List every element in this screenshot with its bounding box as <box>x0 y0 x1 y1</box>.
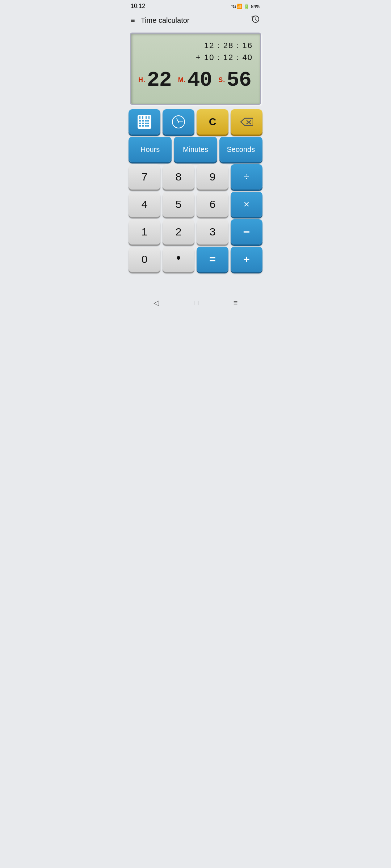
subtract-button[interactable]: − <box>231 219 262 244</box>
clear-button[interactable]: C <box>197 109 228 135</box>
back-button[interactable]: ◁ <box>148 296 165 309</box>
hours-button[interactable]: Hours <box>129 137 172 162</box>
battery-icon: 🔋 <box>244 4 249 9</box>
calendar-icon <box>138 115 151 129</box>
history-icon[interactable]: ↺ <box>251 14 260 26</box>
backspace-icon <box>240 117 253 127</box>
minutes-label: M. <box>178 76 186 84</box>
equals-label: = <box>209 253 216 265</box>
seconds-button[interactable]: Seconds <box>219 137 262 162</box>
home-button[interactable]: □ <box>188 297 204 309</box>
key-row-4: 4 5 6 × <box>129 192 262 217</box>
subtract-label: − <box>243 225 250 239</box>
bottom-nav: ◁ □ ≡ <box>125 292 266 314</box>
key-2[interactable]: 2 <box>163 219 194 244</box>
header: ≡ Time calculator ↺ <box>125 11 266 30</box>
clock-button[interactable] <box>163 109 194 135</box>
battery-percent: 84% <box>251 4 260 9</box>
add-label: + <box>243 253 250 265</box>
seconds-value: 56 <box>227 68 251 92</box>
key-6[interactable]: 6 <box>197 192 228 217</box>
divide-button[interactable]: ÷ <box>231 164 262 190</box>
multiply-button[interactable]: × <box>231 192 262 217</box>
status-right: ⁴G📶 🔋 84% <box>231 4 260 9</box>
minutes-label: Minutes <box>183 145 208 154</box>
recents-button[interactable]: ≡ <box>228 297 244 309</box>
key-dot[interactable]: • <box>163 247 194 272</box>
menu-icon[interactable]: ≡ <box>131 17 135 24</box>
multiply-label: × <box>244 199 249 210</box>
key-9[interactable]: 9 <box>197 164 228 190</box>
key-0[interactable]: 0 <box>129 247 160 272</box>
key-1[interactable]: 1 <box>129 219 160 244</box>
divide-label: ÷ <box>244 171 249 183</box>
key-5[interactable]: 5 <box>163 192 194 217</box>
seconds-label: S. <box>218 76 225 84</box>
key-row-3: 7 8 9 ÷ <box>129 164 262 190</box>
result-row: H. 22 M. 40 S. 56 <box>138 68 253 92</box>
minutes-button[interactable]: Minutes <box>174 137 217 162</box>
hours-label: H. <box>138 76 146 84</box>
signal-icon: ⁴G📶 <box>231 4 242 9</box>
svg-text:↺: ↺ <box>251 15 254 19</box>
calendar-button[interactable] <box>129 109 160 135</box>
seconds-label: Seconds <box>227 145 255 154</box>
display-line2: + 10 : 12 : 40 <box>138 51 253 63</box>
calculator-display: 12 : 28 : 16 + 10 : 12 : 40 H. 22 M. 40 … <box>130 33 261 105</box>
display-line1: 12 : 28 : 16 <box>138 39 253 51</box>
key-row-5: 1 2 3 − <box>129 219 262 244</box>
clock-icon <box>172 115 185 128</box>
backspace-button[interactable] <box>231 109 262 135</box>
key-7[interactable]: 7 <box>129 164 160 190</box>
key-4[interactable]: 4 <box>129 192 160 217</box>
add-button[interactable]: + <box>231 247 262 272</box>
key-8[interactable]: 8 <box>163 164 194 190</box>
clear-label: C <box>209 116 216 128</box>
hours-value: 22 <box>147 68 172 92</box>
key-3[interactable]: 3 <box>197 219 228 244</box>
app-title: Time calculator <box>141 16 251 25</box>
key-row-2: Hours Minutes Seconds <box>129 137 262 162</box>
status-time: 10:12 <box>131 3 145 9</box>
key-row-1: C <box>129 109 262 135</box>
key-row-6: 0 • = + <box>129 247 262 272</box>
equals-button[interactable]: = <box>197 247 228 272</box>
status-bar: 10:12 ⁴G📶 🔋 84% <box>125 0 266 11</box>
keypad: C Hours Minutes Seconds 7 8 9 <box>125 109 266 276</box>
display-lines: 12 : 28 : 16 + 10 : 12 : 40 <box>138 39 253 63</box>
svg-marker-1 <box>241 118 253 125</box>
minutes-value: 40 <box>188 68 212 92</box>
hours-label: Hours <box>140 145 160 154</box>
